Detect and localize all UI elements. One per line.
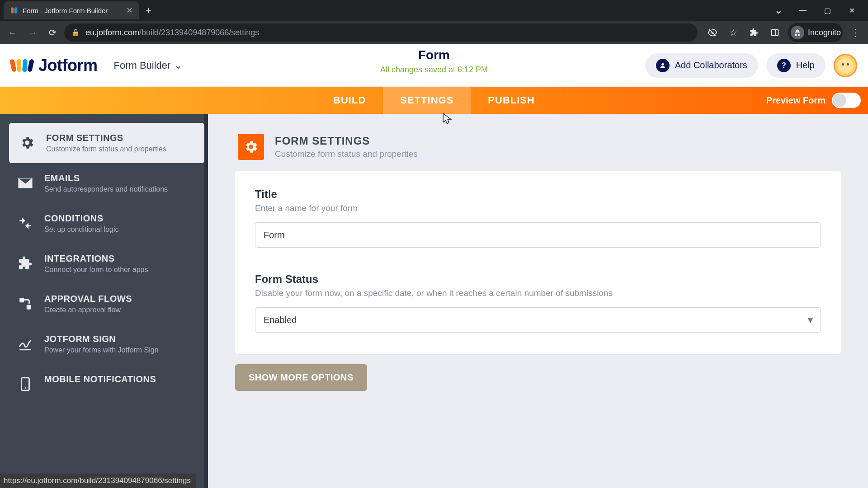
address-bar-row: ← → ⟳ 🔒 eu.jotform.com/build/23139409487… [0, 21, 868, 44]
person-icon [656, 59, 670, 72]
svg-rect-0 [11, 7, 14, 14]
status-sublabel: Disable your form now, on a specific dat… [255, 288, 821, 298]
preview-toggle[interactable] [832, 93, 861, 108]
preview-form-label: Preview Form [766, 95, 826, 106]
svg-point-4 [661, 63, 664, 65]
title-sublabel: Enter a name for your form [255, 203, 821, 213]
incognito-badge[interactable]: Incognito [788, 23, 843, 42]
form-builder-dropdown[interactable]: Form Builder ⌄ [114, 60, 183, 71]
close-window-icon[interactable]: ✕ [844, 2, 860, 19]
status-value: Enabled [264, 315, 297, 325]
sidebar-item-conditions[interactable]: CONDITIONS Set up conditional logic [0, 203, 204, 244]
gear-icon [18, 134, 36, 152]
main-panel: FORM SETTINGS Customize form status and … [208, 114, 868, 488]
show-more-button[interactable]: SHOW MORE OPTIONS [235, 364, 367, 391]
sidebar-item-integrations[interactable]: INTEGRATIONS Connect your form to other … [0, 244, 204, 284]
nav-tabs: BUILD SETTINGS PUBLISH Preview Form [0, 87, 868, 114]
sidebar-item-sub: Connect your form to other apps [44, 266, 148, 274]
maximize-icon[interactable]: ▢ [819, 2, 835, 19]
sidebar-item-form-settings[interactable]: FORM SETTINGS Customize form status and … [9, 123, 204, 163]
svg-point-8 [25, 387, 26, 389]
sidebar-item-sub: Power your forms with Jotform Sign [44, 346, 159, 354]
browser-status-bar: https://eu.jotform.com/build/23139409487… [0, 474, 196, 488]
panel-subtitle: Customize form status and properties [275, 149, 418, 159]
url-text: eu.jotform.com/build/231394094879066/set… [85, 28, 259, 38]
sidebar-item-approval-flows[interactable]: APPROVAL FLOWS Create an approval flow [0, 284, 204, 324]
app-topbar: Jotform Form Builder ⌄ Form All changes … [0, 44, 868, 87]
extensions-icon[interactable] [746, 25, 762, 40]
add-collaborators-button[interactable]: Add Collaborators [645, 53, 758, 78]
tab-strip: Form - Jotform Form Builder ✕ + ⌄ ― ▢ ✕ [0, 0, 868, 21]
app-body: FORM SETTINGS Customize form status and … [0, 114, 868, 488]
form-title[interactable]: Form [380, 48, 488, 62]
sidebar-item-sub: Send autoresponders and notifications [44, 185, 168, 193]
tab-close-icon[interactable]: ✕ [126, 5, 133, 15]
logo[interactable]: Jotform [11, 56, 98, 75]
tab-dropdown-icon[interactable]: ⌄ [770, 2, 787, 19]
logo-icon [11, 59, 33, 72]
add-collaborators-label: Add Collaborators [675, 60, 747, 70]
side-panel-icon[interactable] [767, 25, 783, 40]
browser-tab[interactable]: Form - Jotform Form Builder ✕ [4, 1, 139, 19]
sidebar-item-sub: Set up conditional logic [44, 225, 119, 234]
eye-off-icon[interactable] [705, 25, 720, 40]
title-label: Title [255, 188, 821, 201]
browser-chrome: Form - Jotform Form Builder ✕ + ⌄ ― ▢ ✕ … [0, 0, 868, 44]
caret-down-icon: ▼ [800, 308, 821, 332]
help-button[interactable]: ? Help [766, 53, 826, 78]
sidebar-item-mobile-notifications[interactable]: MOBILE NOTIFICATIONS [0, 364, 204, 403]
status-select[interactable]: Enabled ▼ [255, 307, 821, 333]
toolbar-right: ☆ Incognito ⋮ [701, 23, 863, 42]
chevron-down-icon: ⌄ [174, 60, 182, 71]
topbar-right: Add Collaborators ? Help [645, 53, 857, 78]
address-bar[interactable]: 🔒 eu.jotform.com/build/231394094879066/s… [64, 23, 698, 42]
help-label: Help [796, 60, 815, 70]
svg-rect-1 [14, 7, 17, 14]
preview-toggle-wrap: Preview Form [766, 87, 861, 114]
sidebar-item-jotform-sign[interactable]: JOTFORM SIGN Power your forms with Jotfo… [0, 324, 204, 364]
sidebar-item-title: APPROVAL FLOWS [44, 294, 132, 304]
gear-icon [238, 134, 264, 160]
sidebar-item-title: JOTFORM SIGN [44, 334, 159, 344]
new-tab-button[interactable]: + [146, 5, 151, 16]
save-status: All changes saved at 6:12 PM [380, 65, 488, 75]
settings-card: Title Enter a name for your form Form St… [235, 171, 841, 354]
envelope-icon [16, 174, 34, 192]
forward-button[interactable]: → [24, 24, 41, 41]
status-label: Form Status [255, 273, 821, 286]
tab-publish[interactable]: PUBLISH [471, 87, 552, 114]
lock-icon: 🔒 [71, 28, 80, 37]
sidebar-item-sub: Create an approval flow [44, 306, 132, 314]
sidebar-item-title: INTEGRATIONS [44, 253, 148, 264]
tab-settings[interactable]: SETTINGS [383, 87, 471, 114]
puzzle-icon [16, 254, 34, 272]
svg-rect-5 [19, 298, 24, 302]
svg-rect-6 [27, 305, 31, 310]
back-button[interactable]: ← [5, 24, 21, 41]
branch-icon [16, 214, 34, 232]
reload-button[interactable]: ⟳ [44, 24, 61, 41]
sidebar-item-title: FORM SETTINGS [46, 133, 166, 143]
app-page: Jotform Form Builder ⌄ Form All changes … [0, 44, 868, 488]
tab-build[interactable]: BUILD [316, 87, 383, 114]
panel-title: FORM SETTINGS [275, 135, 418, 147]
form-title-block: Form All changes saved at 6:12 PM [380, 48, 488, 75]
svg-rect-7 [22, 378, 29, 390]
bookmark-star-icon[interactable]: ☆ [726, 25, 741, 40]
svg-rect-2 [771, 29, 778, 35]
kebab-menu-icon[interactable]: ⋮ [848, 25, 863, 40]
sidebar-item-title: CONDITIONS [44, 213, 119, 224]
form-builder-label: Form Builder [114, 60, 171, 71]
logo-text: Jotform [38, 56, 98, 75]
incognito-label: Incognito [808, 28, 841, 38]
mobile-icon [16, 375, 34, 393]
title-input[interactable] [255, 222, 821, 248]
user-avatar[interactable] [834, 54, 857, 77]
sidebar-item-emails[interactable]: EMAILS Send autoresponders and notificat… [0, 163, 204, 203]
status-field-block: Form Status Disable your form now, on a … [255, 273, 821, 333]
settings-sidebar: FORM SETTINGS Customize form status and … [0, 114, 208, 488]
minimize-icon[interactable]: ― [795, 2, 811, 19]
tab-title: Form - Jotform Form Builder [23, 7, 108, 14]
signature-icon [16, 335, 34, 353]
question-icon: ? [777, 59, 791, 72]
